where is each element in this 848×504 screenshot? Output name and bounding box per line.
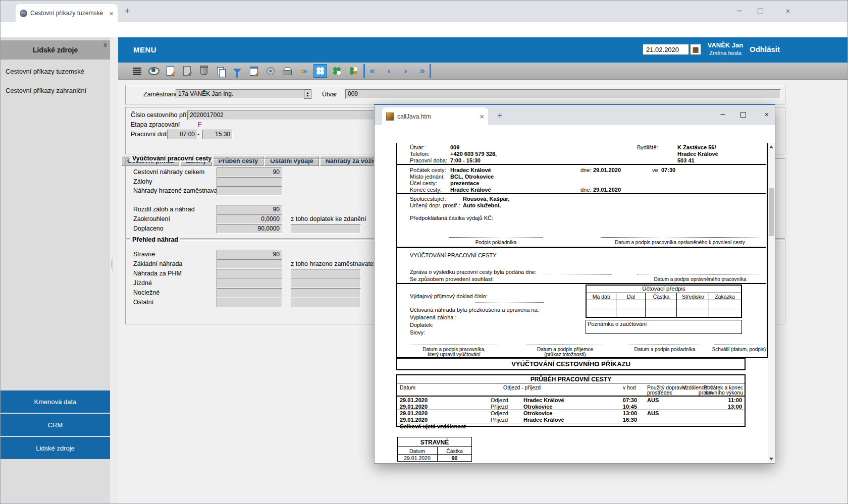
worktime-to-input[interactable]: 15:30 — [202, 130, 233, 139]
scroll-up-icon[interactable] — [769, 145, 773, 148]
settlement-field[interactable]: 0,0000 — [217, 214, 282, 224]
popup-minimize-button[interactable] — [717, 110, 729, 118]
edit-record-icon[interactable] — [180, 64, 194, 78]
view-mixed-icon[interactable] — [347, 64, 360, 78]
scroll-down-icon[interactable] — [769, 458, 773, 461]
settlement-field[interactable]: 90 — [217, 167, 282, 177]
journey-cell: AUS — [647, 397, 659, 403]
allowance-field[interactable] — [217, 298, 282, 307]
doc-label: ve — [652, 167, 658, 173]
popup-tab[interactable]: callJava.htm — [382, 107, 488, 125]
journey-cell: Příjezd — [491, 404, 508, 410]
sidebar-item-cestovni-tuzemske[interactable]: Cestovní příkazy tuzemské — [1, 62, 110, 81]
journey-col: prostředek — [647, 389, 672, 396]
doc-value: 009 — [450, 144, 459, 150]
first-record-icon[interactable]: « — [363, 64, 379, 78]
stage-label: Etapa zpracování — [131, 121, 180, 128]
calendar-icon[interactable] — [690, 44, 701, 55]
nav-button-label: Kmenová data — [34, 398, 77, 406]
data-disc-icon[interactable] — [263, 64, 277, 78]
employer-field[interactable] — [291, 278, 361, 288]
journey-col: Odjezd - příjezd — [503, 384, 541, 390]
copy-record-icon[interactable] — [214, 64, 227, 78]
table-line — [396, 410, 746, 410]
sidebar-header: Lidské zdroje x — [1, 40, 110, 60]
doc-label: Výdajový příjmový doklad číslo: — [410, 293, 487, 299]
logout-button[interactable]: Odhlásit — [750, 45, 780, 53]
sidebar-close-icon[interactable]: x — [103, 41, 107, 48]
view-icon[interactable] — [147, 64, 161, 78]
fast-forward-icon[interactable]: »» — [297, 64, 310, 78]
journey-cell: Otrokovice — [523, 410, 552, 416]
doc-value: Auto služební, — [463, 202, 501, 208]
browser-tab[interactable]: Cestovní příkazy tuzemské — [16, 4, 118, 22]
popup-tab-title: callJava.htm — [397, 113, 476, 120]
dotted-line — [544, 274, 612, 274]
last-record-icon[interactable]: » — [415, 64, 431, 78]
doc-value: Hradec Králové — [450, 187, 491, 193]
signature-caption: který upravil vyúčtování — [410, 352, 498, 357]
settlement-label: Doplaceno — [133, 225, 164, 232]
nav-button-kmenova-data[interactable]: Kmenová data — [1, 390, 110, 413]
popup-close-button[interactable] — [761, 110, 773, 118]
worktime-from-input[interactable]: 07:00 — [167, 130, 197, 139]
employer-field[interactable] — [291, 288, 361, 298]
employee-input[interactable]: 17a VANĚK Jan Ing. — [176, 89, 304, 99]
change-password-link[interactable]: Změna hesla — [703, 50, 748, 56]
table-vline — [676, 293, 677, 318]
notes-icon[interactable] — [247, 64, 260, 78]
popup-new-tab-button[interactable] — [497, 111, 503, 120]
journey-cell: AUS — [647, 410, 659, 416]
scrollbar-thumb[interactable] — [769, 188, 774, 236]
allowance-label: Nocležné — [133, 289, 160, 296]
settlement-field[interactable]: 90,0000 — [217, 224, 282, 234]
allowance-label: Jízdné — [133, 279, 152, 287]
doc-divider — [396, 193, 766, 194]
view-all-icon-selected[interactable] — [313, 64, 327, 78]
popup-maximize-button[interactable] — [740, 112, 746, 118]
sidebar-item-cestovni-zahranicni[interactable]: Cestovní příkazy zahraniční — [1, 81, 110, 100]
window-minimize-button[interactable] — [732, 7, 747, 15]
tax-note-field[interactable] — [291, 224, 361, 234]
settlement-field[interactable] — [217, 186, 282, 196]
employee-spinner[interactable] — [304, 89, 311, 99]
list-icon[interactable] — [130, 64, 144, 78]
date-input[interactable]: 21.02.2020 — [643, 44, 689, 55]
print-icon[interactable] — [280, 64, 294, 78]
allowance-field[interactable]: 90 — [217, 250, 282, 259]
filter-icon[interactable] — [230, 64, 244, 78]
signature-line — [601, 237, 759, 238]
popup-scrollbar[interactable] — [768, 143, 775, 463]
collapse-panel-icon[interactable]: ❮ — [108, 233, 113, 293]
doc-label: Účel cesty: — [410, 180, 437, 186]
menu-button[interactable]: MENU — [133, 45, 156, 54]
settlement-field[interactable]: 90 — [217, 205, 282, 214]
department-input[interactable]: 009 — [345, 89, 781, 99]
delete-record-icon[interactable] — [197, 64, 210, 78]
allowance-field[interactable] — [217, 269, 282, 278]
doc-label: Se způsobem provedení souhlasí: — [410, 276, 494, 282]
employer-field[interactable] — [291, 269, 361, 278]
new-record-icon[interactable] — [164, 64, 177, 78]
window-close-button[interactable] — [780, 7, 796, 15]
doc-value: Hradec Králové — [450, 167, 491, 173]
allowance-field[interactable] — [217, 278, 282, 288]
tab-close-icon[interactable] — [109, 10, 114, 17]
journey-col: Datum — [400, 384, 415, 390]
popup-tab-close-icon[interactable] — [480, 113, 484, 120]
doc-divider — [396, 283, 766, 284]
previous-record-icon[interactable]: ‹ — [382, 64, 396, 78]
window-maximize-button[interactable] — [758, 9, 763, 14]
view-green-icon[interactable] — [330, 64, 344, 78]
nav-button-lidske-zdroje[interactable]: Lidské zdroje — [1, 437, 110, 459]
table-line — [396, 396, 746, 397]
tab-title: Cestovní příkazy tuzemské — [30, 10, 106, 17]
new-tab-button[interactable] — [125, 7, 130, 16]
settlement-field[interactable] — [217, 177, 282, 187]
journey-cell: 13:00 — [612, 410, 637, 416]
allowance-field[interactable] — [217, 288, 282, 298]
employer-field[interactable] — [291, 298, 361, 307]
allowance-field[interactable] — [217, 259, 282, 269]
nav-button-crm[interactable]: CRM — [1, 414, 110, 436]
next-record-icon[interactable]: › — [399, 64, 412, 78]
